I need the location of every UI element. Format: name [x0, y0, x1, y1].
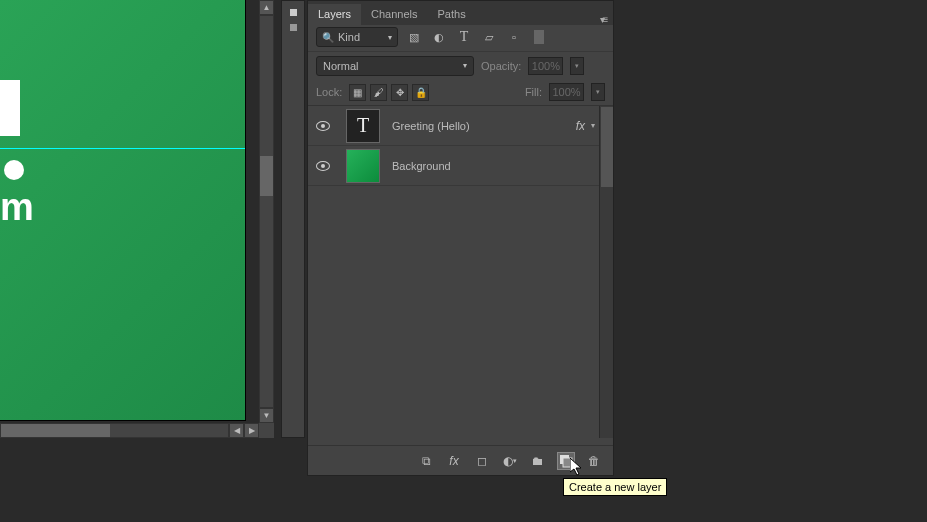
lock-image-icon[interactable]: 🖌	[370, 84, 387, 101]
layer-style-icon[interactable]: fx	[445, 452, 463, 470]
vertical-scrollbar[interactable]: ▲ ▼	[259, 0, 274, 438]
link-layers-icon[interactable]: ⧉	[417, 452, 435, 470]
adjustment-layer-icon[interactable]: ◐▾	[501, 452, 519, 470]
filter-adjustment-icon[interactable]: ◐	[430, 28, 448, 46]
filter-pixel-icon[interactable]: ▧	[405, 28, 423, 46]
layers-bottom-toolbar: ⧉ fx ◻ ◐▾ 🖿 🗑	[308, 445, 613, 475]
panel-tabs: Layers Channels Paths ▾≡	[308, 1, 613, 25]
visibility-toggle[interactable]	[308, 121, 338, 131]
delete-layer-icon[interactable]: 🗑	[585, 452, 603, 470]
fill-dropdown-icon[interactable]: ▾	[591, 83, 605, 101]
horizontal-guide[interactable]	[0, 148, 245, 149]
layer-mask-icon[interactable]: ◻	[473, 452, 491, 470]
tooltip: Create a new layer	[563, 478, 667, 496]
lock-row: Lock: ▦ 🖌 ✥ 🔒 Fill: 100% ▾	[308, 79, 613, 106]
canvas-area: m ◀ ▶	[0, 0, 259, 438]
filter-kind-label: Kind	[338, 31, 360, 43]
document-canvas[interactable]: m	[0, 0, 246, 421]
scroll-up-icon[interactable]: ▲	[259, 0, 274, 15]
blend-mode-select[interactable]: Normal ▾	[316, 56, 474, 76]
chevron-down-icon: ▾	[388, 33, 392, 42]
layers-list: T Greeting (Hello) fx ▾ Background	[308, 106, 613, 438]
layer-filter-row: 🔍 Kind ▾ ▧ ◐ T ▱ ▫	[308, 25, 613, 52]
layer-thumbnail[interactable]: T	[346, 109, 380, 143]
blend-row: Normal ▾ Opacity: 100% ▾	[308, 52, 613, 79]
layer-row[interactable]: Background	[308, 146, 613, 186]
layers-panel: Layers Channels Paths ▾≡ 🔍 Kind ▾ ▧ ◐ T …	[307, 0, 614, 476]
filter-toggle[interactable]	[534, 30, 544, 44]
lock-all-icon[interactable]: 🔒	[412, 84, 429, 101]
scroll-left-icon[interactable]: ◀	[229, 423, 244, 438]
filter-smart-icon[interactable]: ▫	[505, 28, 523, 46]
panel-menu-icon[interactable]: ▾≡	[593, 10, 613, 25]
filter-type-icon[interactable]: T	[455, 28, 473, 46]
lock-label: Lock:	[316, 86, 342, 98]
scroll-thumb[interactable]	[1, 424, 110, 437]
tab-channels[interactable]: Channels	[361, 4, 427, 25]
scroll-down-icon[interactable]: ▼	[259, 408, 274, 423]
tab-paths[interactable]: Paths	[428, 4, 476, 25]
chevron-down-icon: ▾	[463, 61, 467, 70]
scroll-right-icon[interactable]: ▶	[244, 423, 259, 438]
filter-kind-select[interactable]: 🔍 Kind ▾	[316, 27, 398, 47]
opacity-dropdown-icon[interactable]: ▾	[570, 57, 584, 75]
svg-rect-1	[563, 458, 572, 467]
eye-icon	[316, 161, 330, 171]
scroll-thumb[interactable]	[601, 107, 613, 187]
scroll-thumb[interactable]	[260, 156, 273, 196]
artwork-text: m	[0, 186, 34, 229]
panel-icon[interactable]	[290, 9, 297, 16]
artwork-shape	[0, 80, 20, 136]
layer-name[interactable]: Background	[388, 160, 599, 172]
blend-mode-value: Normal	[323, 60, 358, 72]
layers-scrollbar[interactable]	[599, 106, 613, 438]
group-icon[interactable]: 🖿	[529, 452, 547, 470]
lock-transparent-icon[interactable]: ▦	[349, 84, 366, 101]
collapsed-panel-dock[interactable]	[281, 0, 305, 438]
fill-input[interactable]: 100%	[549, 83, 584, 101]
type-layer-icon: T	[357, 114, 369, 137]
search-icon: 🔍	[322, 32, 334, 43]
visibility-toggle[interactable]	[308, 161, 338, 171]
artwork-shape	[4, 160, 24, 180]
fill-label: Fill:	[525, 86, 542, 98]
panel-icon[interactable]	[290, 24, 297, 31]
opacity-label: Opacity:	[481, 60, 521, 72]
opacity-input[interactable]: 100%	[528, 57, 563, 75]
tab-layers[interactable]: Layers	[308, 4, 361, 25]
filter-shape-icon[interactable]: ▱	[480, 28, 498, 46]
eye-icon	[316, 121, 330, 131]
layer-name[interactable]: Greeting (Hello)	[388, 120, 576, 132]
horizontal-scrollbar[interactable]: ◀ ▶	[0, 423, 259, 438]
new-layer-button[interactable]	[557, 452, 575, 470]
lock-position-icon[interactable]: ✥	[391, 84, 408, 101]
layer-thumbnail[interactable]	[346, 149, 380, 183]
layer-row[interactable]: T Greeting (Hello) fx ▾	[308, 106, 613, 146]
layer-effects-badge[interactable]: fx	[576, 119, 591, 133]
chevron-down-icon[interactable]: ▾	[591, 121, 599, 130]
